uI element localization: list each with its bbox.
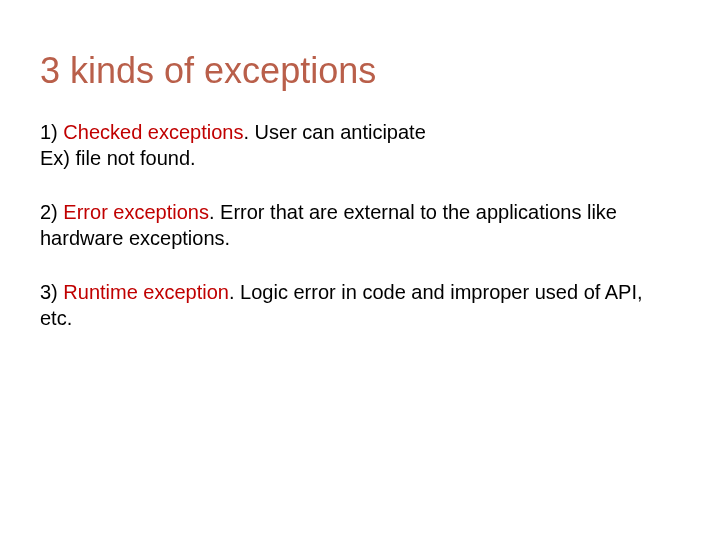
exception-item-1: 1) Checked exceptions. User can anticipa… <box>40 119 680 171</box>
exception-item-3: 3) Runtime exception. Logic error in cod… <box>40 279 680 331</box>
item-number: 2) <box>40 201 63 223</box>
item-number: 1) <box>40 121 63 143</box>
exception-item-2: 2) Error exceptions. Error that are exte… <box>40 199 680 251</box>
slide-title: 3 kinds of exceptions <box>40 50 680 91</box>
exception-term: Checked exceptions <box>63 121 243 143</box>
slide: 3 kinds of exceptions 1) Checked excepti… <box>0 0 720 540</box>
exception-term: Error exceptions <box>63 201 209 223</box>
exception-extra: Ex) file not found. <box>40 147 196 169</box>
exception-term: Runtime exception <box>63 281 229 303</box>
exception-desc: . User can anticipate <box>243 121 425 143</box>
item-number: 3) <box>40 281 63 303</box>
slide-body: 1) Checked exceptions. User can anticipa… <box>40 119 680 331</box>
